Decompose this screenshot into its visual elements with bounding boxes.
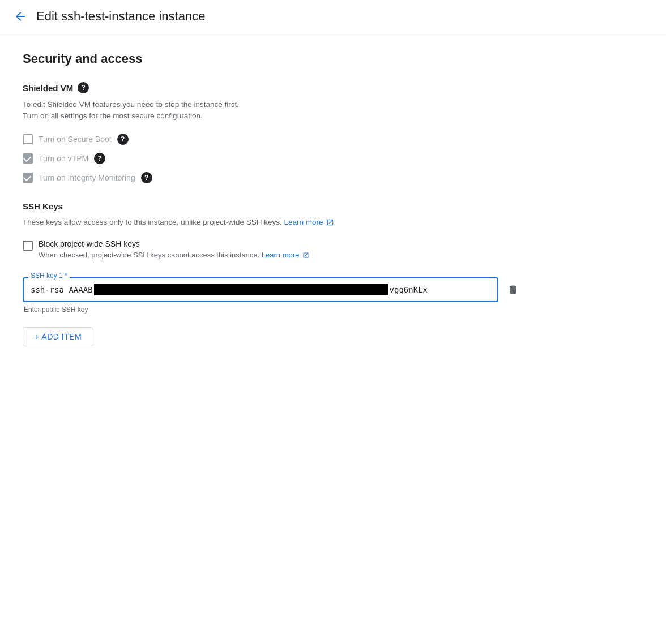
shielded-vm-help-icon[interactable]: ?	[78, 82, 89, 93]
shielded-vm-title: Shielded VM ?	[23, 82, 521, 93]
integrity-checkbox-item: Turn on Integrity Monitoring ?	[23, 172, 521, 183]
ssh-keys-learn-more-link[interactable]: Learn more	[284, 218, 334, 226]
block-ssh-section: Block project-wide SSH keys When checked…	[23, 239, 521, 259]
section-title: Security and access	[23, 51, 521, 66]
vtpm-help-icon[interactable]: ?	[94, 153, 105, 164]
ssh-key-1-field-container: SSH key 1 * ssh-rsa AAAABvgq6nKLx	[23, 277, 498, 302]
ssh-key-redacted	[94, 284, 388, 295]
secure-boot-checkbox[interactable]	[23, 134, 33, 144]
integrity-help-icon[interactable]: ?	[141, 172, 152, 183]
learn-more-external-icon	[326, 218, 334, 226]
delete-ssh-key-1-button[interactable]	[505, 282, 521, 298]
secure-boot-label[interactable]: Turn on Secure Boot	[23, 134, 112, 144]
shielded-vm-description: To edit Shielded VM features you need to…	[23, 99, 521, 122]
block-ssh-text: Block project-wide SSH keys When checked…	[39, 239, 309, 259]
ssh-key-value-end: vgq6nKLx	[390, 285, 428, 294]
ssh-keys-section: SSH Keys These keys allow access only to…	[23, 201, 521, 346]
block-ssh-desc: When checked, project-wide SSH keys cann…	[39, 251, 309, 259]
ssh-keys-description: These keys allow access only to this ins…	[23, 217, 521, 228]
ssh-key-field-group: SSH key 1 * ssh-rsa AAAABvgq6nKLx Enter …	[23, 277, 521, 314]
add-item-button[interactable]: + ADD ITEM	[23, 327, 93, 346]
integrity-label[interactable]: Turn on Integrity Monitoring	[23, 173, 135, 183]
ssh-key-1-label: SSH key 1 *	[28, 272, 70, 280]
block-ssh-checkbox[interactable]	[23, 241, 33, 251]
ssh-key-1-row: SSH key 1 * ssh-rsa AAAABvgq6nKLx	[23, 277, 521, 302]
ssh-key-value-start: ssh-rsa AAAAB	[31, 285, 93, 294]
block-ssh-learn-more-link[interactable]: Learn more	[262, 251, 309, 259]
block-ssh-label: Block project-wide SSH keys	[39, 239, 309, 248]
ssh-keys-title: SSH Keys	[23, 201, 521, 211]
add-item-label: + ADD ITEM	[35, 332, 82, 341]
block-ssh-row: Block project-wide SSH keys When checked…	[23, 239, 521, 259]
ssh-key-1-input-display[interactable]: ssh-rsa AAAABvgq6nKLx	[23, 277, 498, 302]
block-ssh-external-icon	[302, 252, 309, 259]
ssh-key-hint: Enter public SSH key	[24, 306, 521, 314]
page-title: Edit ssh-test-instance instance	[36, 9, 205, 24]
vtpm-label[interactable]: Turn on vTPM	[23, 153, 88, 164]
secure-boot-help-icon[interactable]: ?	[117, 134, 129, 145]
vtpm-checkbox-item: Turn on vTPM ?	[23, 153, 521, 164]
vtpm-checkbox[interactable]	[23, 153, 33, 164]
integrity-checkbox[interactable]	[23, 173, 33, 183]
shielded-vm-checkboxes: Turn on Secure Boot ? Turn on vTPM ? Tur…	[23, 134, 521, 183]
main-content: Security and access Shielded VM ? To edi…	[0, 33, 544, 380]
secure-boot-checkbox-item: Turn on Secure Boot ?	[23, 134, 521, 145]
page-header: Edit ssh-test-instance instance	[0, 0, 666, 33]
back-button[interactable]	[14, 10, 27, 23]
